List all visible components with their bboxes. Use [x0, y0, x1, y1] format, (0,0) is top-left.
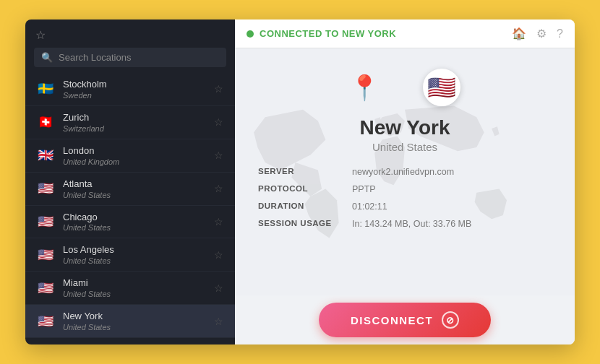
country-label: United States [63, 256, 213, 265]
favorite-star-button[interactable]: ☆ [213, 248, 225, 262]
list-item[interactable]: 🇺🇸 Los Angeles United States ☆ [25, 238, 235, 272]
flag-circle: 🇺🇸 [35, 245, 56, 265]
flag-circle: 🇺🇸 [35, 311, 56, 332]
duration-value: 01:02:11 [352, 202, 387, 212]
location-name: New York [359, 116, 450, 139]
flag-large: 🇺🇸 [423, 69, 460, 106]
server-row: SERVER newyork2.unifiedvpn.com [258, 163, 552, 181]
list-item[interactable]: 🇺🇸 San Jose United States ☆ [25, 338, 235, 344]
favorite-star-button[interactable]: ☆ [213, 148, 225, 162]
location-country: United States [372, 141, 437, 153]
favorite-star-button[interactable]: ☆ [213, 314, 225, 329]
city-label: Miami [63, 277, 213, 290]
city-label: Chicago [63, 212, 213, 224]
flag-circle: 🇺🇸 [35, 178, 56, 199]
sidebar: ☆ 🔍 🇸🇪 Stockholm Sweden ☆ 🇨🇭 Zurich Swit… [25, 20, 235, 344]
protocol-label: PROTOCOL [258, 184, 352, 194]
list-item[interactable]: 🇺🇸 Miami United States ☆ [25, 272, 235, 305]
city-label: Atlanta [63, 178, 213, 191]
info-section: SERVER newyork2.unifiedvpn.com PROTOCOL … [235, 163, 575, 233]
search-input[interactable] [59, 52, 219, 63]
location-text: Los Angeles United States [63, 244, 213, 265]
location-text: Stockholm Sweden [63, 79, 213, 100]
server-label: SERVER [258, 167, 352, 177]
list-item[interactable]: 🇬🇧 London United Kingdom ☆ [25, 139, 235, 173]
favorite-star-button[interactable]: ☆ [213, 214, 225, 229]
location-text: San Jose United States [63, 344, 213, 344]
protocol-value: PPTP [352, 184, 376, 194]
favorite-star-button[interactable]: ☆ [213, 82, 225, 96]
flag-circle: 🇺🇸 [35, 212, 56, 232]
server-value: newyork2.unifiedvpn.com [352, 167, 454, 177]
main-panel: CONNECTED TO NEW YORK 🏠 ⚙ ? [235, 20, 575, 344]
location-list: 🇸🇪 Stockholm Sweden ☆ 🇨🇭 Zurich Switzerl… [25, 73, 235, 344]
city-label: Los Angeles [63, 244, 213, 256]
city-label: New York [63, 311, 213, 323]
location-text: Atlanta United States [63, 178, 213, 199]
country-label: United States [63, 290, 213, 298]
flag-circle: 🇸🇪 [35, 79, 56, 99]
home-icon[interactable]: 🏠 [512, 27, 526, 40]
disconnect-label: DISCONNECT [351, 314, 433, 326]
session-value: In: 143.24 MB, Out: 33.76 MB [352, 219, 471, 229]
session-label: SESSION USAGE [258, 219, 352, 229]
city-label: San Jose [63, 344, 213, 344]
list-item[interactable]: 🇸🇪 Stockholm Sweden ☆ [25, 73, 235, 106]
country-label: United States [63, 191, 213, 199]
connected-status: CONNECTED TO NEW YORK [247, 28, 396, 39]
disconnect-button[interactable]: DISCONNECT ⊘ [319, 303, 491, 337]
flag-circle: 🇺🇸 [35, 278, 56, 298]
connected-text: CONNECTED TO NEW YORK [260, 28, 396, 39]
favorites-icon[interactable]: ☆ [35, 28, 46, 42]
map-icons-row: 📍 🇺🇸 [349, 69, 460, 106]
disconnect-circle-icon: ⊘ [442, 311, 459, 329]
location-text: New York United States [63, 311, 213, 332]
flag-circle: 🇨🇭 [35, 112, 56, 132]
city-label: London [63, 145, 213, 157]
app-window: ☆ 🔍 🇸🇪 Stockholm Sweden ☆ 🇨🇭 Zurich Swit… [25, 20, 575, 344]
map-area: 📍 🇺🇸 New York United States SERVER newyo… [235, 48, 575, 295]
location-pin-icon: 📍 [349, 73, 380, 102]
city-label: Stockholm [63, 79, 213, 91]
session-row: SESSION USAGE In: 143.24 MB, Out: 33.76 … [258, 215, 552, 233]
protocol-row: PROTOCOL PPTP [258, 181, 552, 198]
country-label: United States [63, 323, 213, 332]
country-label: Switzerland [63, 124, 213, 133]
help-icon[interactable]: ? [557, 27, 563, 40]
country-label: Sweden [63, 91, 213, 100]
sidebar-header: ☆ [25, 20, 235, 48]
country-label: United Kingdom [63, 157, 213, 166]
search-icon: 🔍 [41, 52, 53, 63]
duration-label: DURATION [258, 202, 352, 212]
city-label: Zurich [63, 112, 213, 124]
location-text: Chicago United States [63, 212, 213, 233]
list-item[interactable]: 🇺🇸 Atlanta United States ☆ [25, 173, 235, 206]
country-label: United States [63, 223, 213, 232]
duration-row: DURATION 01:02:11 [258, 198, 552, 215]
location-text: Zurich Switzerland [63, 112, 213, 133]
gear-icon[interactable]: ⚙ [536, 27, 547, 40]
location-text: Miami United States [63, 277, 213, 298]
list-item[interactable]: 🇨🇭 Zurich Switzerland ☆ [25, 106, 235, 139]
favorite-star-button[interactable]: ☆ [213, 115, 225, 129]
bottom-bar: DISCONNECT ⊘ [235, 295, 575, 344]
favorite-star-button[interactable]: ☆ [213, 181, 225, 196]
status-dot [247, 30, 254, 38]
list-item[interactable]: 🇺🇸 Chicago United States ☆ [25, 206, 235, 239]
search-bar: 🔍 [34, 48, 226, 67]
favorite-star-button[interactable]: ☆ [213, 281, 225, 295]
top-bar: CONNECTED TO NEW YORK 🏠 ⚙ ? [235, 20, 575, 48]
map-content: 📍 🇺🇸 New York United States SERVER newyo… [235, 48, 575, 295]
flag-circle: 🇬🇧 [35, 145, 56, 165]
top-icons: 🏠 ⚙ ? [512, 27, 563, 40]
list-item[interactable]: 🇺🇸 New York United States ☆ [25, 305, 235, 338]
location-text: London United Kingdom [63, 145, 213, 166]
